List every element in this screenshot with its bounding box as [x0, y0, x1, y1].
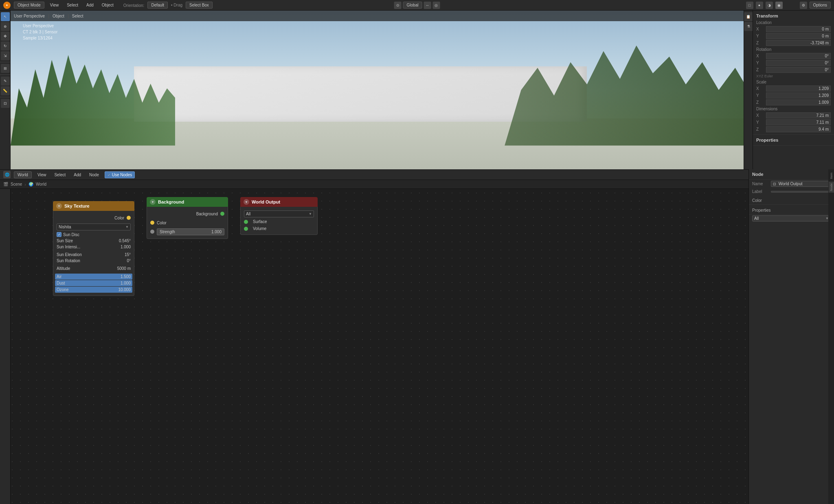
transform-title[interactable]: Transform: [756, 12, 831, 20]
select-tool-btn[interactable]: ↖: [1, 12, 10, 21]
panel-tab-node[interactable]: Node: [829, 182, 834, 193]
loc-z-value[interactable]: -3.7248 m: [766, 40, 831, 46]
bg-background-out-socket[interactable]: [220, 212, 224, 216]
use-nodes-btn[interactable]: ✓ Use Nodes: [105, 171, 135, 178]
select-label[interactable]: Select: [72, 14, 83, 18]
bg-strength-socket[interactable]: [150, 230, 154, 234]
top-header: ● Object Mode View Select Add Object Ori…: [0, 0, 834, 11]
ne-view-menu[interactable]: View: [35, 170, 49, 180]
dim-x-value[interactable]: 7.21 m: [766, 112, 831, 118]
snap-icon[interactable]: ⊙: [394, 2, 402, 9]
sky-node-header[interactable]: ▼ Sky Texture: [53, 201, 134, 211]
sky-color-out-socket[interactable]: [127, 216, 131, 220]
rendered-icon[interactable]: ◉: [775, 2, 783, 9]
solid-icon[interactable]: ●: [756, 2, 763, 9]
transform-icon[interactable]: ↔: [424, 2, 431, 9]
altitude-row[interactable]: Altitude 5000 m: [53, 265, 134, 272]
orientation-btn[interactable]: Default: [147, 2, 168, 9]
dust-row[interactable]: Dust 1.000: [55, 280, 132, 286]
properties-dropdown[interactable]: All ▼: [752, 215, 831, 221]
wo-all-dropdown[interactable]: All ▼: [244, 210, 314, 217]
cursor-tool-btn[interactable]: ⊕: [1, 22, 10, 31]
global-btn[interactable]: Global: [403, 2, 422, 9]
view-props-icon[interactable]: 📋: [744, 12, 753, 21]
bg-node-header[interactable]: ▼ Background: [147, 197, 228, 207]
object-mode-btn[interactable]: Object Mode: [14, 2, 44, 9]
options-btn[interactable]: Options: [810, 2, 831, 9]
rot-z-label: Z: [756, 68, 764, 72]
sun-disc-checkbox[interactable]: ✓: [57, 232, 61, 237]
breadcrumb-world[interactable]: World: [36, 182, 46, 186]
background-node[interactable]: ▼ Background Background Color Strength 1…: [147, 197, 228, 239]
render-preview-icon[interactable]: ◑: [766, 2, 773, 9]
properties-section-hdr[interactable]: Properties: [749, 206, 834, 215]
color-section-hdr[interactable]: Color ≡: [749, 197, 834, 205]
sun-size-row[interactable]: Sun Size 0.545°: [53, 238, 134, 244]
bg-collapse-btn[interactable]: ▼: [150, 199, 156, 205]
rot-x-label: X: [756, 54, 764, 58]
annotate-tool-btn[interactable]: ✎: [1, 77, 10, 85]
view-menu[interactable]: View: [48, 3, 61, 7]
bg-color-in-socket[interactable]: [150, 221, 154, 225]
scale-tool-btn[interactable]: ⇲: [1, 51, 10, 60]
breadcrumb-world-icon[interactable]: 🌍: [29, 182, 33, 186]
wo-surface-socket[interactable]: [244, 220, 248, 224]
object-menu[interactable]: Object: [99, 3, 116, 7]
perspective-label[interactable]: User Perspective: [14, 14, 45, 18]
node-label-field[interactable]: [771, 191, 831, 193]
sun-elevation-row[interactable]: Sun Elevation 15°: [53, 252, 134, 258]
sky-type-row: Nishita ▼: [53, 222, 134, 231]
object-label[interactable]: Object: [53, 14, 64, 18]
rot-z-value[interactable]: 0°: [766, 67, 831, 73]
pivot-icon[interactable]: ◎: [432, 2, 440, 9]
world-dropdown-btn[interactable]: World: [14, 171, 32, 178]
move-tool-btn[interactable]: ✥: [1, 32, 10, 41]
sky-collapse-btn[interactable]: ▼: [56, 203, 62, 209]
node-name-field[interactable]: ⊡ World Output: [771, 181, 831, 187]
ne-add-menu[interactable]: Add: [71, 170, 83, 180]
world-output-node[interactable]: ▼ World Output All ▼ Surface Volume: [240, 197, 318, 235]
sky-type-dropdown[interactable]: Nishita ▼: [57, 224, 131, 230]
panel-tab-item[interactable]: Item: [829, 171, 834, 181]
ozone-row[interactable]: Ozone 10.000: [55, 287, 132, 293]
transform-tool-btn[interactable]: ⊞: [1, 64, 10, 73]
rot-y-value[interactable]: 0°: [766, 60, 831, 66]
scale-z-row: Z 1.009: [756, 99, 831, 106]
add-menu[interactable]: Add: [84, 3, 96, 7]
sun-intensity-row[interactable]: Sun Intensi... 1.000: [53, 244, 134, 250]
loc-x-value[interactable]: 0 m: [766, 26, 831, 32]
extra-tool-btn[interactable]: ⊡: [1, 99, 10, 108]
rotate-tool-btn[interactable]: ↻: [1, 42, 10, 50]
select-menu[interactable]: Select: [64, 3, 81, 7]
loc-y-value[interactable]: 0 m: [766, 33, 831, 39]
wo-collapse-btn[interactable]: ▼: [244, 199, 249, 205]
sun-rotation-row[interactable]: Sun Rotation 0°: [53, 258, 134, 264]
scale-x-value[interactable]: 1.209: [766, 85, 831, 92]
breadcrumb-scene[interactable]: Scene: [11, 182, 22, 186]
rot-x-value[interactable]: 0°: [766, 53, 831, 59]
breadcrumb-icon[interactable]: 🎬: [3, 182, 8, 186]
settings-icon[interactable]: ⚙: [800, 2, 807, 9]
dim-y-value[interactable]: 7.11 m: [766, 119, 831, 125]
properties-title[interactable]: Properties: [756, 136, 831, 144]
wireframe-icon[interactable]: □: [746, 2, 753, 9]
air-row[interactable]: Air 1.500: [55, 274, 132, 280]
filter-icon[interactable]: ⚗: [744, 22, 753, 31]
viewport-3d[interactable]: User Perspective | Object | Select User …: [11, 11, 834, 169]
sky-type-arrow: ▼: [125, 225, 129, 229]
ne-select-menu[interactable]: Select: [52, 170, 68, 180]
sky-texture-node[interactable]: ▼ Sky Texture Color Nishita ▼ ✓ Sun Disc: [53, 201, 134, 296]
select-box-btn[interactable]: Select Box: [186, 2, 213, 9]
bg-strength-field[interactable]: Strength 1.000: [157, 228, 224, 235]
dim-z-value[interactable]: 9.4 m: [766, 126, 831, 132]
ne-node-menu[interactable]: Node: [87, 170, 101, 180]
scale-y-value[interactable]: 1.209: [766, 92, 831, 99]
node-editor-canvas[interactable]: ▼ Sky Texture Color Nishita ▼ ✓ Sun Disc: [0, 189, 748, 504]
wo-node-header[interactable]: ▼ World Output: [240, 197, 318, 207]
wo-volume-socket[interactable]: [244, 227, 248, 231]
measure-tool-btn[interactable]: 📏: [1, 86, 10, 95]
global-controls: ⊙ Global ↔ ◎: [394, 2, 440, 9]
node-editor-icon[interactable]: 🌐: [3, 171, 11, 178]
scale-z-value[interactable]: 1.009: [766, 99, 831, 105]
sun-disc-label: Sun Disc: [63, 232, 79, 237]
